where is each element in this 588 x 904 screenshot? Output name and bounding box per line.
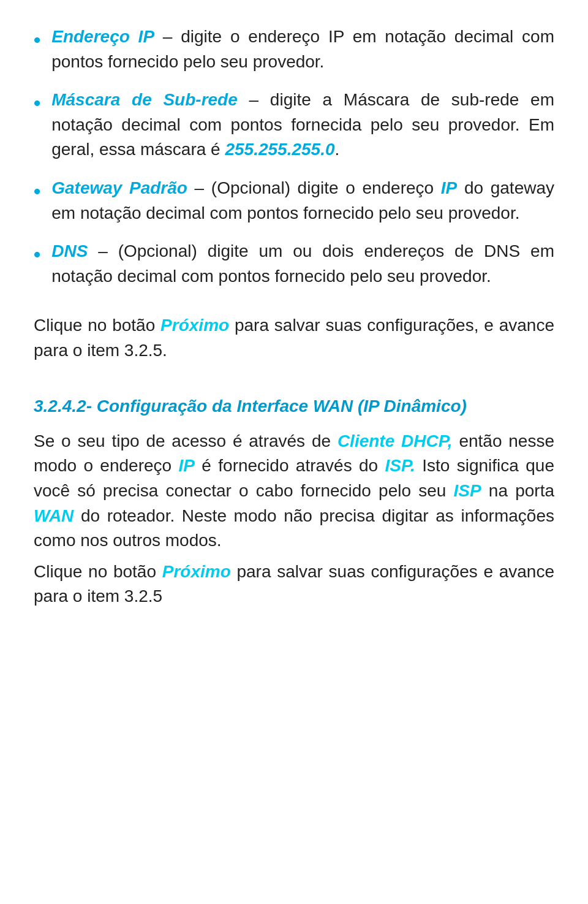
section-heading-text: 3.2.4.2- Configuração da Interface WAN (… — [34, 397, 467, 416]
para1-post4: na porta — [481, 481, 554, 500]
bullet-item-mascara: • Máscara de Sub-rede – digite a Máscara… — [34, 88, 554, 162]
proximo-label-1: Próximo — [160, 316, 229, 335]
label-mascara: Máscara de Sub-rede — [51, 90, 238, 109]
para1-post5: do roteador. Neste modo não precisa digi… — [34, 506, 554, 550]
page-container: • Endereço IP – digite o endereço IP em … — [0, 0, 588, 904]
label-dns: DNS — [51, 241, 88, 260]
text-dns: – (Opcional) digite um ou dois endereços… — [51, 241, 554, 286]
proximo-paragraph-1: Clique no botão Próximo para salvar suas… — [34, 313, 554, 363]
section-heading-3242: 3.2.4.2- Configuração da Interface WAN (… — [34, 394, 554, 418]
text-gateway-pre: – (Opcional) digite o endereço — [187, 178, 441, 197]
bullet-text-gateway: Gateway Padrão – (Opcional) digite o end… — [51, 176, 554, 226]
label-gateway: Gateway Padrão — [51, 178, 187, 197]
para2-proximo: Próximo — [162, 562, 231, 581]
para2-pre: Clique no botão — [34, 562, 162, 581]
para1-pre: Se o seu tipo de acesso é através de — [34, 431, 337, 450]
section-body: Se o seu tipo de acesso é através de Cli… — [34, 429, 554, 609]
mask-value: 255.255.255.0 — [225, 140, 334, 159]
para1-ip: IP — [179, 456, 195, 475]
para1-isp1: ISP. — [385, 456, 415, 475]
para1-isp2: ISP — [454, 481, 481, 500]
bullet-dot-2: • — [34, 89, 40, 117]
bullet-item-endereco-ip: • Endereço IP – digite o endereço IP em … — [34, 25, 554, 74]
bullet-text-dns: DNS – (Opcional) digite um ou dois ender… — [51, 239, 554, 289]
para1-post2: é fornecido através do — [195, 456, 385, 475]
bullet-item-dns: • DNS – (Opcional) digite um ou dois end… — [34, 239, 554, 289]
bullet-text-mascara: Máscara de Sub-rede – digite a Máscara d… — [51, 88, 554, 162]
bullet-text-endereco-ip: Endereço IP – digite o endereço IP em no… — [51, 25, 554, 74]
text-mascara-post: . — [335, 140, 340, 159]
bullet-dot-4: • — [34, 240, 40, 268]
section-para-1: Se o seu tipo de acesso é através de Cli… — [34, 429, 554, 553]
bullet-item-gateway: • Gateway Padrão – (Opcional) digite o e… — [34, 176, 554, 226]
label-gateway-ip: IP — [441, 178, 457, 197]
proximo-pre-1: Clique no botão — [34, 316, 160, 335]
label-endereco-ip: Endereço IP — [51, 27, 154, 46]
bullet-dot-1: • — [34, 26, 40, 54]
para1-dhcp: Cliente DHCP, — [337, 431, 453, 450]
bullet-dot-3: • — [34, 177, 40, 205]
section-para-2: Clique no botão Próximo para salvar suas… — [34, 560, 554, 609]
para1-wan: WAN — [34, 506, 74, 525]
